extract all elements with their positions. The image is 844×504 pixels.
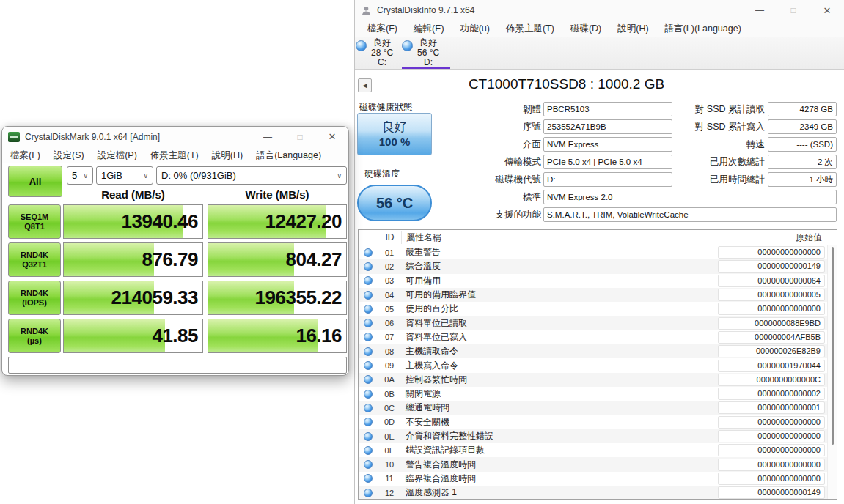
read-result-value: 41.85 <box>152 319 198 352</box>
smart-table-row[interactable]: 07 資料單位已寫入 000000004AFB5B <box>359 330 837 344</box>
smart-table-row[interactable]: 02 綜合溫度 00000000000149 <box>359 259 837 273</box>
smart-table-row[interactable]: 11 臨界複合溫度時間 00000000000000 <box>359 472 837 486</box>
write-result-value: 804.27 <box>285 243 342 276</box>
cdi-drive-tabstrip: 良好 28 °C C: 良好 56 °C D: <box>355 37 844 70</box>
read-result-cell: 876.79 <box>63 242 203 277</box>
attribute-raw-value: 00000000000000 <box>718 472 825 485</box>
menu-item[interactable]: 磁碟(D) <box>564 21 608 37</box>
drive-tab[interactable]: 良好 56 °C D: <box>402 38 450 69</box>
field-value: 4278 GB <box>768 102 837 116</box>
attribute-raw-value: 00000000000149 <box>718 486 825 499</box>
test-button[interactable]: SEQ1M Q8T1 <box>8 204 61 239</box>
status-orb-icon <box>364 474 373 483</box>
drive-tab[interactable]: 良好 28 °C C: <box>356 38 401 69</box>
field-value: 1 小時 <box>768 172 837 187</box>
smart-table-row[interactable]: 08 主機讀取命令 000000026E82B9 <box>359 344 837 358</box>
attribute-name: 錯誤資訊記錄項目數 <box>401 444 718 456</box>
read-result-value: 13940.46 <box>122 205 198 238</box>
menu-item[interactable]: 編輯(E) <box>407 21 451 37</box>
attribute-raw-value: 0000000000000C <box>718 374 825 386</box>
smart-table-row[interactable]: 01 嚴重警告 00000000000000 <box>359 245 837 259</box>
menu-item[interactable]: 說明(H) <box>611 21 655 37</box>
attribute-raw-value: 00000000000064 <box>718 275 825 287</box>
menu-item[interactable]: 佈景主題(T) <box>499 21 561 37</box>
smart-table-row[interactable]: 0E 介質和資料完整性錯誤 00000000000000 <box>359 429 837 443</box>
close-icon[interactable]: ✕ <box>810 0 844 21</box>
smart-table-row[interactable]: 0C 總通電時間 00000000000001 <box>359 401 837 415</box>
test-button[interactable]: RND4K Q32T1 <box>8 242 61 277</box>
attribute-name: 綜合溫度 <box>401 260 718 273</box>
menu-item[interactable]: 說明(H) <box>205 147 249 163</box>
attribute-name: 溫度感測器 1 <box>401 486 718 499</box>
attribute-name: 警告複合溫度時間 <box>401 459 718 471</box>
test-size-select[interactable]: 1GiB ∨ <box>96 166 153 185</box>
attribute-name: 可用的備用臨界值 <box>401 289 718 301</box>
health-orb-icon <box>356 40 367 51</box>
smart-table-row[interactable]: 10 警告複合溫度時間 00000000000000 <box>359 457 837 471</box>
smart-table-row[interactable]: 0F 錯誤資訊記錄項目數 00000000000000 <box>359 443 837 457</box>
smart-table-row[interactable]: 0A 控制器繁忙時間 0000000000000C <box>359 373 837 387</box>
scrollbar-thumb[interactable] <box>832 247 834 445</box>
crystaldiskmark-window: CrystalDiskMark 9.0.1 x64 [Admin] — □ ✕ … <box>1 126 349 376</box>
attribute-raw-value: 0000000088E9BD <box>718 317 825 330</box>
attribute-raw-value: 00000000000000 <box>718 246 825 259</box>
test-button[interactable]: RND4K (IOPS) <box>8 281 61 315</box>
menu-item[interactable]: 設定檔(P) <box>91 147 144 163</box>
smart-table-scrollbar[interactable] <box>827 245 837 499</box>
attribute-id: 10 <box>378 460 401 469</box>
attribute-name: 關閉電源 <box>401 388 718 400</box>
target-drive-select[interactable]: D: 0% (0/931GiB) ∨ <box>156 166 347 185</box>
back-button[interactable]: ◄ <box>358 78 372 92</box>
attribute-name: 使用的百分比 <box>401 303 718 315</box>
smart-header-id: ID <box>378 232 401 242</box>
maximize-icon[interactable]: □ <box>777 0 810 21</box>
attribute-id: 06 <box>378 319 401 327</box>
test-button[interactable]: RND4K (µs) <box>8 319 61 353</box>
attribute-id: 0D <box>378 418 401 426</box>
smart-table-row[interactable]: 09 主機寫入命令 00000001970044 <box>359 358 837 372</box>
attribute-id: 09 <box>378 361 401 370</box>
field-label: 已用時間總計 <box>355 172 765 187</box>
smart-table-row[interactable]: 12 溫度感測器 1 00000000000149 <box>359 486 837 500</box>
smart-table-row[interactable]: 06 資料單位已讀取 0000000088E9BD <box>359 316 837 330</box>
benchmark-row: RND4K (IOPS) 214059.33 196355.22 <box>2 281 348 315</box>
menu-item[interactable]: 語言(L)(Language) <box>658 21 748 37</box>
attribute-name: 資料單位已寫入 <box>401 331 718 344</box>
benchmark-row: RND4K (µs) 41.85 16.16 <box>2 319 348 353</box>
attribute-id: 0A <box>378 375 401 384</box>
field-value: NVM Express 2.0 <box>543 190 837 204</box>
run-all-button[interactable]: All <box>8 166 62 197</box>
menu-item[interactable]: 設定(S) <box>47 147 91 163</box>
write-result-cell: 16.16 <box>208 319 347 353</box>
cdi-window-controls: — □ ✕ <box>743 0 844 21</box>
read-result-cell: 214059.33 <box>63 281 203 315</box>
smart-table-row[interactable]: 04 可用的備用臨界值 00000000000005 <box>359 288 837 302</box>
menu-item[interactable]: 功能(u) <box>454 21 496 37</box>
write-result-value: 196355.22 <box>255 281 342 314</box>
status-orb-icon <box>364 418 373 426</box>
menu-item[interactable]: 語言(Language) <box>249 147 328 163</box>
menu-item[interactable]: 檔案(F) <box>4 147 47 163</box>
status-orb-icon <box>364 375 373 384</box>
smart-table-row[interactable]: 0D 不安全關機 00000000000000 <box>359 415 837 429</box>
attribute-id: 0F <box>378 446 401 455</box>
read-result-value: 214059.33 <box>111 281 198 314</box>
attribute-name: 總通電時間 <box>401 401 718 414</box>
attribute-id: 01 <box>378 248 401 257</box>
menu-item[interactable]: 佈景主題(T) <box>144 147 205 163</box>
attribute-raw-value: 00000000000000 <box>718 416 825 429</box>
comment-input[interactable] <box>8 357 347 374</box>
status-orb-icon <box>364 347 373 356</box>
smart-table-row[interactable]: 03 可用備用 00000000000064 <box>359 274 837 288</box>
pass-count-select[interactable]: 5 ∨ <box>67 166 93 185</box>
menu-item[interactable]: 檔案(F) <box>361 21 404 37</box>
close-icon[interactable]: ✕ <box>316 127 348 147</box>
maximize-icon[interactable]: □ <box>284 127 316 147</box>
minimize-icon[interactable]: — <box>743 0 777 21</box>
minimize-icon[interactable]: — <box>252 127 284 147</box>
chevron-down-icon: ∨ <box>334 172 342 179</box>
smart-table-row[interactable]: 05 使用的百分比 00000000000000 <box>359 302 837 316</box>
smart-table: ID 屬性名稱 原始值 01 嚴重警告 00000000000000 02 綜合… <box>358 229 837 500</box>
write-result-value: 16.16 <box>296 319 342 352</box>
smart-table-row[interactable]: 0B 關閉電源 00000000000002 <box>359 387 837 401</box>
